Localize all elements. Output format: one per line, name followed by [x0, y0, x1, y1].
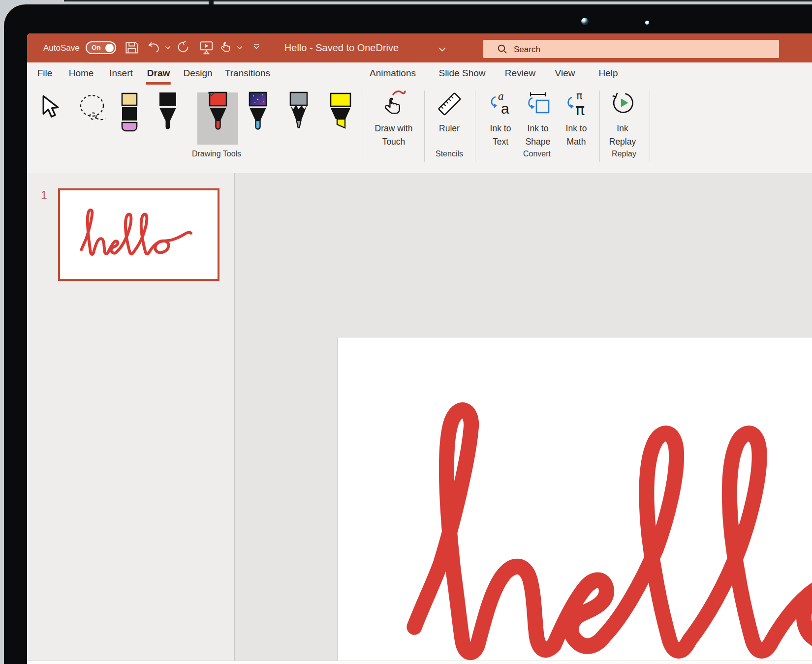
highlighter-button[interactable]: [329, 92, 352, 131]
tab-view[interactable]: View: [555, 62, 575, 85]
save-icon: [125, 40, 139, 55]
select-tool-button[interactable]: [38, 94, 63, 122]
ruler-icon: [436, 91, 463, 117]
slide-canvas[interactable]: [338, 337, 812, 664]
redo-icon: [177, 41, 190, 54]
black-pen-icon: [157, 91, 179, 133]
ink-drawing-hello[interactable]: [379, 352, 812, 664]
slide-thumbnail-panel[interactable]: 1: [27, 173, 235, 661]
front-camera-icon: [581, 18, 589, 25]
camera-sensor-icon: [645, 21, 649, 25]
redo-button[interactable]: [177, 41, 190, 54]
label-line: Replay: [591, 135, 655, 149]
customize-qat-dropdown[interactable]: [253, 44, 260, 50]
chevron-down-line-icon: [253, 44, 260, 50]
galaxy-pen-icon: [247, 91, 269, 133]
galaxy-pen-button[interactable]: [247, 91, 269, 133]
tab-animations[interactable]: Animations: [370, 62, 416, 85]
slideshow-icon: [199, 40, 214, 55]
ink-replay-label: Ink Replay: [591, 122, 655, 149]
ink-drawing-hello-thumbnail: [75, 199, 199, 270]
group-label-drawing-tools: Drawing Tools: [192, 150, 241, 158]
device-top-edge: [64, 0, 812, 1]
search-input[interactable]: [513, 40, 761, 59]
autosave-state: On: [92, 44, 101, 51]
red-pen-button-selected[interactable]: [197, 92, 238, 145]
ink-to-text-icon: a a: [488, 91, 513, 119]
status-bar: [27, 661, 812, 664]
chevron-down-icon[interactable]: [207, 91, 216, 97]
start-slideshow-button[interactable]: [199, 40, 214, 55]
search-box[interactable]: [483, 40, 779, 58]
group-label-stencils: Stencils: [436, 150, 463, 158]
tab-transitions[interactable]: Transitions: [225, 62, 270, 85]
touch-hand-icon: [381, 90, 406, 118]
ribbon-tab-bar: File Home Insert Draw Design Transitions…: [27, 62, 812, 85]
touch-mode-dropdown[interactable]: [237, 46, 243, 50]
tab-review[interactable]: Review: [505, 62, 535, 85]
toggle-knob-icon: [105, 44, 114, 52]
ink-replay-button[interactable]: [609, 90, 636, 116]
pencil-icon: [288, 91, 310, 133]
chevron-down-icon: [438, 47, 446, 52]
black-pen-button[interactable]: [157, 91, 179, 133]
tab-draw[interactable]: Draw: [147, 62, 170, 85]
svg-text:a: a: [501, 100, 509, 117]
ink-to-math-button[interactable]: π π: [564, 91, 589, 119]
title-bar: AutoSave On: [27, 33, 812, 62]
touch-hand-icon: [219, 41, 232, 54]
eraser-icon: [121, 92, 138, 132]
draw-with-touch-label: Draw with Touch: [362, 122, 426, 149]
slide-thumbnail-selected[interactable]: [58, 188, 219, 281]
eraser-button[interactable]: [121, 92, 138, 132]
autosave-toggle[interactable]: On: [86, 41, 116, 54]
app-window: AutoSave On: [27, 33, 812, 664]
touch-mode-button[interactable]: [219, 41, 232, 54]
document-title: Hello - Saved to OneDrive: [268, 33, 415, 62]
ruler-button[interactable]: [436, 91, 463, 117]
label-line: Ink: [591, 122, 655, 135]
ink-to-shape-button[interactable]: [525, 91, 551, 119]
cursor-arrow-icon: [38, 94, 63, 122]
tab-file[interactable]: File: [37, 62, 53, 85]
undo-dropdown[interactable]: [165, 46, 171, 50]
ink-replay-icon: [609, 90, 636, 116]
save-button[interactable]: [125, 40, 139, 55]
highlighter-icon: [329, 92, 352, 131]
tab-design[interactable]: Design: [183, 62, 212, 85]
slide-number: 1: [41, 189, 47, 202]
undo-button[interactable]: [148, 41, 161, 53]
tab-draw-label: Draw: [147, 68, 170, 78]
tab-home[interactable]: Home: [69, 62, 94, 85]
tab-insert[interactable]: Insert: [109, 62, 133, 85]
ribbon-draw: Draw with Touch Ruler a a In: [27, 85, 812, 174]
label-line: Touch: [362, 135, 426, 149]
tab-help[interactable]: Help: [598, 62, 618, 85]
chevron-down-icon: [237, 46, 243, 50]
pencil-button[interactable]: [288, 91, 310, 133]
svg-text:π: π: [575, 100, 585, 119]
ink-to-math-icon: π π: [564, 91, 589, 119]
group-label-replay: Replay: [612, 150, 636, 158]
search-icon: [497, 44, 508, 55]
tab-slide-show[interactable]: Slide Show: [438, 62, 485, 85]
lasso-icon: [78, 93, 109, 123]
ink-to-text-button[interactable]: a a: [488, 91, 513, 119]
red-pen-icon: [207, 91, 229, 133]
title-dropdown[interactable]: [438, 45, 446, 54]
label-line: Draw with: [362, 122, 426, 135]
lasso-select-button[interactable]: [78, 93, 109, 123]
group-label-convert: Convert: [523, 150, 551, 158]
chevron-down-icon: [165, 46, 171, 50]
draw-with-touch-button[interactable]: [381, 90, 406, 118]
ink-to-shape-icon: [525, 91, 551, 119]
autosave-label: AutoSave: [43, 33, 80, 62]
device-frame: { "titlebar": { "autosave_label": "AutoS…: [0, 0, 812, 664]
undo-icon: [148, 41, 161, 53]
